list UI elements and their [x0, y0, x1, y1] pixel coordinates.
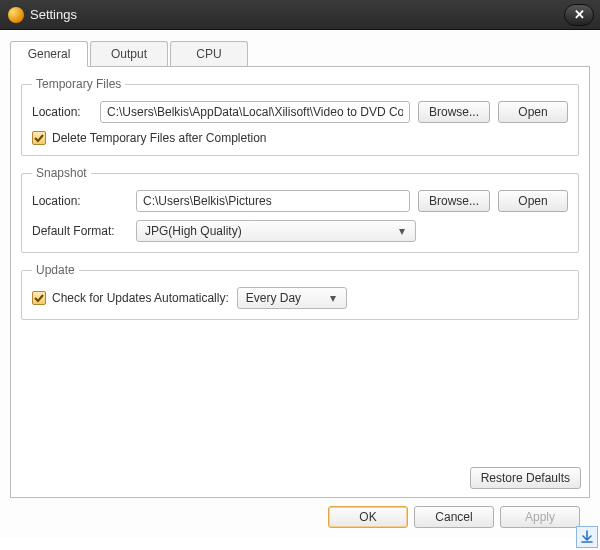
snapshot-format-value: JPG(High Quality) — [145, 224, 393, 238]
group-update: Update Check for Updates Automatically: … — [21, 263, 579, 320]
close-icon: ✕ — [574, 7, 585, 22]
group-temporary-files: Temporary Files Location: Browse... Open… — [21, 77, 579, 156]
temp-browse-label: Browse... — [429, 105, 479, 119]
apply-label: Apply — [525, 510, 555, 524]
tab-output[interactable]: Output — [90, 41, 168, 67]
tab-strip: General Output CPU — [10, 40, 590, 66]
check-icon — [34, 133, 44, 143]
snapshot-open-button[interactable]: Open — [498, 190, 568, 212]
window-title: Settings — [30, 7, 564, 22]
group-update-legend: Update — [32, 263, 79, 277]
temp-browse-button[interactable]: Browse... — [418, 101, 490, 123]
snapshot-format-select[interactable]: JPG(High Quality) ▾ — [136, 220, 416, 242]
tab-cpu-label: CPU — [196, 47, 221, 61]
tab-cpu[interactable]: CPU — [170, 41, 248, 67]
group-temporary-files-legend: Temporary Files — [32, 77, 125, 91]
download-indicator[interactable] — [576, 526, 598, 548]
cancel-button[interactable]: Cancel — [414, 506, 494, 528]
cancel-label: Cancel — [435, 510, 472, 524]
app-icon — [8, 7, 24, 23]
snapshot-open-label: Open — [518, 194, 547, 208]
apply-button[interactable]: Apply — [500, 506, 580, 528]
tab-general-label: General — [28, 47, 71, 61]
chevron-down-icon: ▾ — [393, 224, 411, 238]
snapshot-browse-button[interactable]: Browse... — [418, 190, 490, 212]
check-updates-row[interactable]: Check for Updates Automatically: — [32, 291, 229, 305]
delete-temp-checkbox-row[interactable]: Delete Temporary Files after Completion — [32, 131, 267, 145]
ok-label: OK — [359, 510, 376, 524]
download-icon — [580, 530, 594, 544]
temp-location-input[interactable] — [100, 101, 410, 123]
close-button[interactable]: ✕ — [564, 4, 594, 26]
delete-temp-checkbox[interactable] — [32, 131, 46, 145]
check-icon — [34, 293, 44, 303]
check-updates-label: Check for Updates Automatically: — [52, 291, 229, 305]
snapshot-location-label: Location: — [32, 194, 128, 208]
content-area: General Output CPU Temporary Files Locat… — [0, 30, 600, 538]
update-interval-value: Every Day — [246, 291, 324, 305]
snapshot-location-input[interactable] — [136, 190, 410, 212]
title-bar: Settings ✕ — [0, 0, 600, 30]
tab-output-label: Output — [111, 47, 147, 61]
snapshot-browse-label: Browse... — [429, 194, 479, 208]
temp-open-label: Open — [518, 105, 547, 119]
dialog-footer: OK Cancel Apply — [10, 498, 590, 538]
restore-defaults-button[interactable]: Restore Defaults — [470, 467, 581, 489]
snapshot-format-label: Default Format: — [32, 224, 128, 238]
ok-button[interactable]: OK — [328, 506, 408, 528]
delete-temp-label: Delete Temporary Files after Completion — [52, 131, 267, 145]
restore-defaults-label: Restore Defaults — [481, 471, 570, 485]
check-updates-checkbox[interactable] — [32, 291, 46, 305]
tab-body: Temporary Files Location: Browse... Open… — [10, 66, 590, 498]
group-snapshot-legend: Snapshot — [32, 166, 91, 180]
temp-location-label: Location: — [32, 105, 92, 119]
temp-open-button[interactable]: Open — [498, 101, 568, 123]
tab-general[interactable]: General — [10, 41, 88, 67]
chevron-down-icon: ▾ — [324, 291, 342, 305]
update-interval-select[interactable]: Every Day ▾ — [237, 287, 347, 309]
group-snapshot: Snapshot Location: Browse... Open Defaul… — [21, 166, 579, 253]
